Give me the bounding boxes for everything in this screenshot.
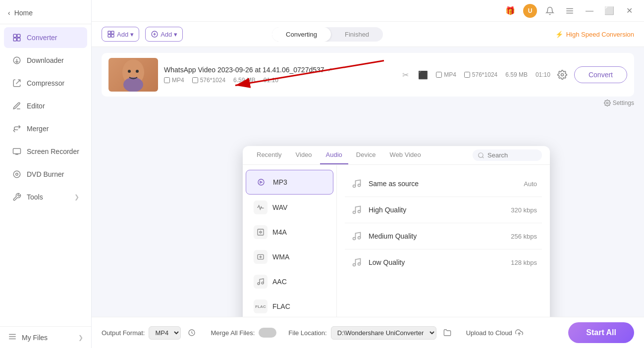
- merge-toggle[interactable]: [259, 328, 276, 338]
- start-all-button[interactable]: Start All: [568, 322, 634, 343]
- my-files-arrow: ❯: [78, 334, 83, 341]
- svg-rect-12: [108, 31, 110, 34]
- quality-high[interactable]: High Quality 320 kbps: [345, 197, 542, 223]
- resolution-check-src[interactable]: [192, 77, 198, 83]
- add-quick-button[interactable]: Add ▾: [145, 27, 183, 42]
- format-check-dst[interactable]: [436, 72, 442, 78]
- content-area: Add ▾ Add ▾ Converting Finished ⚡ High S…: [92, 22, 644, 348]
- format-item-flac[interactable]: FLAC FLAC: [246, 295, 333, 317]
- add-quick-chevron: ▾: [174, 31, 177, 38]
- file-row: WhatsApp Video 2023-09-26 at 14.41.06_07…: [102, 53, 634, 97]
- sidebar-my-files[interactable]: My Files ❯: [0, 326, 91, 348]
- file-name-text: WhatsApp Video 2023-09-26 at 14.41.06_07…: [164, 66, 324, 74]
- quality-high-label: High Quality: [369, 206, 506, 214]
- sidebar-item-converter[interactable]: Converter: [4, 27, 87, 48]
- format-item-m4a[interactable]: M4A: [246, 220, 333, 244]
- my-files-label: My Files: [22, 334, 48, 342]
- settings-icon[interactable]: [555, 68, 569, 82]
- add-quick-label: Add: [161, 31, 172, 38]
- sidebar-item-tools[interactable]: Tools ❯: [4, 187, 87, 207]
- quality-medium-value: 256 kbps: [511, 233, 537, 240]
- close-icon[interactable]: ✕: [622, 4, 636, 18]
- folder-icon[interactable]: [440, 326, 454, 340]
- file-location-select[interactable]: D:\Wondershare UniConverter: [331, 326, 436, 340]
- tab-recently[interactable]: Recently: [251, 146, 288, 164]
- output-format-icon[interactable]: [185, 326, 199, 340]
- dropdown-body: MP3 WAV M4A: [243, 165, 550, 317]
- search-input[interactable]: [487, 151, 537, 159]
- sidebar-bottom: My Files ❯: [0, 326, 91, 348]
- format-item-mp3[interactable]: MP3: [246, 170, 333, 195]
- tab-audio[interactable]: Audio: [320, 146, 348, 164]
- sidebar-item-screen-recorder[interactable]: Screen Recorder: [4, 141, 87, 162]
- external-link-icon[interactable]: ↗: [327, 66, 332, 73]
- svg-point-22: [136, 70, 139, 73]
- search-box[interactable]: [473, 149, 542, 161]
- crop-icon[interactable]: ⬛: [416, 68, 430, 82]
- maximize-icon[interactable]: ⬜: [602, 4, 616, 18]
- sidebar: ‹ Home Converter Downloader Compressor E…: [0, 0, 92, 348]
- sidebar-tools-label: Tools: [27, 193, 43, 201]
- search-icon: [478, 152, 484, 159]
- format-item-wma[interactable]: WMA: [246, 245, 333, 269]
- quality-low[interactable]: Low Quality 128 kbps: [345, 249, 542, 275]
- settings-label: Settings: [613, 99, 634, 106]
- format-wav-label: WAV: [272, 203, 287, 211]
- format-item-aac[interactable]: AAC: [246, 270, 333, 294]
- settings-button[interactable]: Settings: [604, 99, 634, 106]
- svg-point-30: [258, 283, 260, 285]
- svg-rect-6: [13, 149, 21, 154]
- svg-rect-14: [108, 35, 110, 37]
- tab-converting[interactable]: Converting: [272, 27, 331, 42]
- resolution-check-dst[interactable]: [464, 72, 470, 78]
- upload-cloud-button[interactable]: Upload to Cloud: [466, 329, 523, 337]
- format-check-src[interactable]: [164, 77, 170, 83]
- output-format-select[interactable]: MP4: [149, 326, 181, 340]
- format-checkbox-src[interactable]: MP4: [164, 77, 184, 84]
- add-file-button[interactable]: Add ▾: [102, 27, 139, 42]
- cut-icon[interactable]: ✂: [398, 68, 412, 82]
- sidebar-item-merger[interactable]: Merger: [4, 118, 87, 139]
- tab-web-video[interactable]: Web Video: [384, 146, 427, 164]
- high-speed-label: High Speed Conversion: [566, 31, 634, 38]
- sidebar-home[interactable]: ‹ Home: [0, 4, 91, 22]
- converter-icon: [12, 33, 22, 43]
- avatar[interactable]: U: [523, 4, 537, 18]
- sidebar-item-compressor[interactable]: Compressor: [4, 73, 87, 94]
- tools-icon: [12, 192, 22, 202]
- file-meta-dst: MP4 576*1024 6.59 MB 01:10: [436, 71, 550, 78]
- resolution-src-text: 576*1024: [200, 77, 225, 84]
- svg-point-38: [353, 264, 356, 266]
- bell-icon[interactable]: [543, 4, 557, 18]
- duration-src: 01:10: [264, 77, 278, 84]
- settings-row: Settings: [102, 97, 634, 109]
- tab-finished[interactable]: Finished: [331, 27, 383, 42]
- sidebar-divider: [0, 24, 91, 24]
- tab-video[interactable]: Video: [290, 146, 318, 164]
- flac-icon: FLAC: [254, 299, 268, 313]
- wav-icon: [254, 200, 268, 214]
- quality-same[interactable]: Same as source Auto: [345, 171, 542, 197]
- quality-same-icon: [350, 177, 364, 191]
- sidebar-item-downloader[interactable]: Downloader: [4, 50, 87, 71]
- output-format-field: Output Format: MP4: [102, 326, 199, 340]
- high-speed-button[interactable]: ⚡ High Speed Conversion: [555, 31, 634, 38]
- menu-icon[interactable]: [563, 4, 577, 18]
- svg-point-31: [262, 282, 264, 284]
- file-thumbnail: [108, 58, 158, 92]
- svg-point-35: [358, 210, 361, 213]
- sidebar-item-dvd-burner[interactable]: DVD Burner: [4, 164, 87, 185]
- format-item-wav[interactable]: WAV: [246, 196, 333, 219]
- sidebar-item-editor[interactable]: Editor: [4, 96, 87, 116]
- format-checkbox-dst[interactable]: MP4: [436, 71, 456, 78]
- quality-medium-icon: [350, 229, 364, 243]
- main-content: 🎁 U — ⬜ ✕ Add ▾ Add ▾ Converting: [92, 0, 644, 348]
- tab-device[interactable]: Device: [350, 146, 382, 164]
- size-dst: 6.59 MB: [505, 71, 528, 78]
- add-file-label: Add: [117, 31, 128, 38]
- gift-icon[interactable]: 🎁: [503, 4, 517, 18]
- convert-button[interactable]: Convert: [574, 66, 627, 83]
- screen-recorder-icon: [12, 147, 22, 156]
- quality-medium[interactable]: Medium Quality 256 kbps: [345, 223, 542, 249]
- minimize-icon[interactable]: —: [583, 4, 596, 18]
